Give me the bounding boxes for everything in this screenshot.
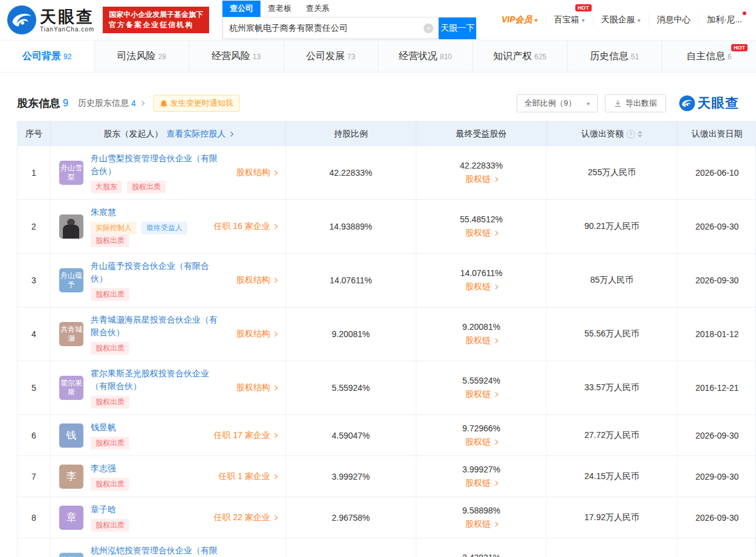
notify-button-label: 发生变更时通知我	[170, 98, 233, 109]
capital-cell: 85万人民币	[547, 254, 677, 307]
row-action-link[interactable]: 任职 17 家企业	[214, 430, 277, 441]
tab-count: 625	[534, 53, 546, 61]
row-action-link[interactable]: 股权结构	[236, 167, 277, 178]
shareholder-avatar[interactable]: 共青城灏	[59, 322, 83, 346]
shareholder-avatar[interactable]: 霍尔果斯	[59, 376, 83, 400]
chevron-right-icon	[493, 439, 498, 444]
search-area: 查公司 查老板 查关系 × 天眼一下	[222, 1, 476, 39]
shareholder-name-link[interactable]: 舟山雪梨投资管理合伙企业（有限合伙）	[91, 152, 222, 178]
ratio-filter-dropdown[interactable]: 全部比例（9） ▾	[517, 94, 598, 112]
row-action-link[interactable]: 任职 1 家企业	[218, 471, 277, 482]
capital-cell: 90.21万人民币	[547, 200, 677, 253]
help-icon[interactable]: ?	[627, 130, 635, 138]
search-tab-company[interactable]: 查公司	[222, 1, 260, 17]
col-holder-label: 股东（发起人）	[104, 129, 163, 140]
col-header-benefit: 最终受益股份	[416, 121, 547, 146]
shareholder-cell: 章 章子晗 股权出质 任职 22 家企业	[51, 497, 286, 538]
history-shareholders-link[interactable]: 历史股东信息 4	[78, 98, 144, 109]
shareholder-name-link[interactable]: 钱昱帆	[91, 421, 116, 434]
shareholder-avatar[interactable]: 舟山雪梨	[59, 161, 83, 185]
gov-badge-line2: 官方备案企业征信机构	[109, 20, 203, 30]
nav-user-account[interactable]: 加利·尼...	[699, 14, 750, 26]
tag-list: 股权出质	[91, 342, 222, 355]
tab-history-info[interactable]: 历史信息 51	[567, 40, 662, 72]
chevron-right-icon	[228, 131, 233, 136]
tab-company-development[interactable]: 公司发展 73	[284, 40, 379, 72]
shareholder-cell: 舟山雪梨 舟山雪梨投资管理合伙企业（有限合伙） 大股东股权出质 股权结构	[51, 146, 286, 199]
company-tab-bar: 公司背景 92 司法风险 28 经营风险 13 公司发展 73 经营状况 810…	[0, 40, 756, 72]
view-controller-link[interactable]: 查看实际控股人	[167, 129, 233, 140]
tab-intellectual-property[interactable]: 知识产权 625	[473, 40, 568, 72]
nav-toolbox[interactable]: HOT 百宝箱▾	[546, 14, 593, 26]
export-data-button[interactable]: 导出数据	[605, 94, 666, 112]
shareholder-name-link[interactable]: 章子晗	[91, 503, 116, 516]
notify-on-change-button[interactable]: 发生变更时通知我	[153, 95, 240, 112]
tab-operation-risk[interactable]: 经营风险 13	[189, 40, 284, 72]
chevron-right-icon	[493, 177, 498, 182]
tab-label: 经营状况	[399, 50, 438, 63]
search-button[interactable]: 天眼一下	[439, 18, 476, 39]
shareholder-cell: 霍尔果斯 霍尔果斯圣光股权投资合伙企业（有限合伙） 股权出质 股权结构	[51, 361, 286, 414]
equity-chain-link[interactable]: 股权链	[465, 282, 497, 292]
equity-chain-link[interactable]: 股权链	[465, 335, 497, 346]
search-input[interactable]	[223, 24, 438, 33]
benefit-cell: 42.22833% 股权链	[416, 146, 547, 199]
shareholder-avatar[interactable]: 钱	[59, 423, 83, 448]
equity-chain-link[interactable]: 股权链	[465, 174, 497, 185]
row-action-link[interactable]: 任职 22 家企业	[214, 512, 277, 523]
search-tab-relation[interactable]: 查关系	[299, 1, 337, 17]
tianyancha-watermark: 天眼查	[679, 94, 739, 112]
row-action-link[interactable]: 股权结构	[236, 275, 277, 286]
equity-chain-link[interactable]: 股权链	[465, 389, 497, 400]
watermark-text: 天眼查	[697, 94, 739, 112]
clear-search-icon[interactable]: ×	[424, 24, 433, 33]
tab-operating-status[interactable]: 经营状况 810	[378, 40, 473, 72]
row-index: 6	[18, 415, 51, 456]
tab-company-background[interactable]: 公司背景 92	[0, 40, 95, 72]
shareholder-name-link[interactable]: 舟山蕴予投资合伙企业（有限合伙）	[91, 260, 222, 285]
tab-count: 13	[253, 53, 260, 61]
row-action-link[interactable]: 股权结构	[236, 382, 277, 393]
row-action-label: 任职 16 家企业	[214, 221, 270, 232]
shareholder-avatar[interactable]: 杭州泓铠	[59, 553, 83, 557]
shareholder-name-link[interactable]: 杭州泓铠投资管理合伙企业（有限合伙）	[91, 544, 222, 557]
shareholder-name-link[interactable]: 李志强	[91, 462, 116, 475]
shareholder-avatar[interactable]	[59, 214, 83, 239]
notification-dot	[743, 11, 746, 15]
shareholder-cell: 钱 钱昱帆 股权出质 任职 17 家企业	[51, 415, 286, 456]
nav-vip-member[interactable]: VIP会员▾	[494, 14, 546, 26]
tianyancha-logo[interactable]: 天眼查 TianYanCha.com	[7, 5, 94, 34]
chevron-right-icon	[273, 332, 277, 336]
shareholder-avatar[interactable]: 章	[59, 506, 83, 530]
tag: 股权出质	[91, 396, 129, 408]
shareholder-avatar[interactable]: 李	[59, 465, 83, 489]
row-index-value: 3	[31, 275, 36, 285]
equity-chain-link[interactable]: 股权链	[465, 437, 497, 448]
equity-chain-link[interactable]: 股权链	[465, 478, 497, 489]
search-tab-boss[interactable]: 查老板	[260, 1, 299, 17]
tab-judicial-risk[interactable]: 司法风险 28	[95, 40, 190, 72]
shareholder-name-link[interactable]: 共青城灏海辰星投资合伙企业（有限合伙）	[91, 314, 222, 339]
nav-message-center[interactable]: 消息中心	[648, 14, 699, 26]
ratio-value: 42.22833%	[329, 168, 372, 178]
row-index: 4	[18, 307, 51, 361]
shareholder-name-link[interactable]: 霍尔果斯圣光股权投资合伙企业（有限合伙）	[91, 367, 222, 393]
row-action-link[interactable]: 任职 16 家企业	[214, 221, 277, 232]
equity-chain-label: 股权链	[465, 389, 491, 400]
equity-chain-link[interactable]: 股权链	[465, 228, 497, 239]
tianyancha-logo-icon	[7, 5, 36, 34]
col-header-shareholder: 股东（发起人） 查看实际控股人	[51, 121, 286, 146]
capital-value: 255万人民币	[588, 167, 636, 178]
row-action-link[interactable]: 股权结构	[236, 329, 277, 340]
hot-badge: HOT	[575, 4, 592, 11]
tag: 股权出质	[127, 181, 166, 193]
equity-chain-link[interactable]: 股权链	[465, 519, 497, 530]
nav-enterprise-service[interactable]: 天眼企服▾	[593, 14, 648, 26]
sort-icon[interactable]	[638, 130, 642, 138]
shareholder-name-link[interactable]: 朱宸慧	[91, 206, 116, 219]
tab-self-info[interactable]: HOT 自主信息 6	[662, 40, 756, 72]
benefit-cell: 5.55924% 股权链	[416, 361, 547, 414]
shareholder-avatar[interactable]: 舟山蕴予	[59, 268, 83, 292]
ratio-cell: 2.43931%	[286, 538, 416, 557]
date-value: 2026-06-10	[696, 168, 739, 178]
